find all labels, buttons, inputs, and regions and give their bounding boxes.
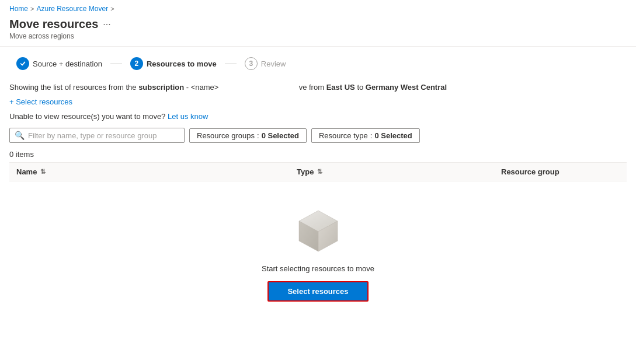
step-resources-to-move[interactable]: 2 Resources to move	[123, 54, 224, 74]
empty-state: Start selecting resources to move Select…	[9, 181, 627, 337]
page-title: Move resources	[9, 18, 98, 31]
table-container: Name ⇅ Type ⇅ Resource group	[9, 162, 627, 337]
name-sort-icon[interactable]: ⇅	[40, 168, 46, 176]
page-header: Move resources ··· Move across regions	[0, 15, 636, 47]
breadcrumb: Home > Azure Resource Mover >	[0, 0, 636, 15]
step2-label: Resources to move	[147, 60, 217, 68]
breadcrumb-sep1: >	[30, 5, 34, 12]
filter-input[interactable]	[28, 131, 179, 140]
breadcrumb-sep2: >	[110, 5, 114, 12]
resource-type-count: 0 Selected	[374, 131, 412, 140]
step-source-destination[interactable]: Source + destination	[9, 54, 109, 74]
select-resources-button[interactable]: Select resources	[267, 281, 368, 302]
resource-groups-filter[interactable]: Resource groups : 0 Selected	[189, 128, 307, 143]
page-subtitle: Move across regions	[9, 32, 627, 40]
let-us-know-link[interactable]: Let us know	[168, 112, 208, 121]
col-header-name: Name ⇅	[16, 167, 297, 176]
info-subscription: subscription	[138, 83, 184, 92]
empty-state-text: Start selecting resources to move	[262, 264, 374, 273]
info-from: East US	[326, 83, 355, 92]
col-name-label: Name	[16, 167, 37, 176]
main-content: Source + destination 2 Resources to move…	[0, 47, 636, 344]
col-header-resource-group: Resource group	[501, 167, 620, 176]
step-divider-1	[110, 64, 122, 64]
table-header: Name ⇅ Type ⇅ Resource group	[9, 163, 627, 181]
filter-input-wrap: 🔍	[9, 128, 185, 143]
info-row: Showing the list of resources from the s…	[9, 83, 627, 92]
col-type-label: Type	[297, 167, 314, 176]
empty-cube-icon	[292, 205, 345, 257]
more-options-icon[interactable]: ···	[103, 19, 110, 30]
info-destination: Germany West Central	[366, 83, 447, 92]
wizard-steps: Source + destination 2 Resources to move…	[9, 54, 627, 74]
info-middle: - <name> ve from	[186, 83, 326, 92]
step1-circle	[16, 57, 29, 70]
step1-label: Source + destination	[33, 60, 102, 68]
step-review[interactable]: 3 Review	[238, 54, 293, 74]
select-resources-link[interactable]: + Select resources	[9, 97, 72, 106]
resource-type-filter[interactable]: Resource type : 0 Selected	[311, 128, 420, 143]
step3-label: Review	[261, 60, 286, 68]
resource-groups-label: Resource groups	[197, 131, 255, 140]
breadcrumb-azure-resource-mover[interactable]: Azure Resource Mover	[36, 5, 108, 13]
table-items-count: 0 items	[9, 150, 627, 159]
breadcrumb-home[interactable]: Home	[9, 5, 28, 13]
resource-groups-separator: :	[257, 131, 259, 140]
resource-groups-count: 0 Selected	[262, 131, 299, 140]
checkmark-icon	[19, 60, 27, 68]
step-divider-2	[225, 64, 237, 64]
filter-row: 🔍 Resource groups : 0 Selected Resource …	[9, 128, 627, 143]
resource-type-label: Resource type	[319, 131, 368, 140]
step3-circle: 3	[245, 57, 258, 70]
info-prefix: Showing the list of resources from the	[9, 83, 137, 92]
col-rg-label: Resource group	[501, 167, 559, 176]
resource-type-separator: :	[370, 131, 373, 140]
type-sort-icon[interactable]: ⇅	[317, 168, 322, 176]
search-icon: 🔍	[15, 131, 25, 140]
col-header-type: Type ⇅	[297, 167, 501, 176]
warning-row: Unable to view resource(s) you want to m…	[9, 112, 627, 121]
step2-circle: 2	[130, 57, 143, 70]
info-to: to	[357, 83, 365, 92]
warning-text: Unable to view resource(s) you want to m…	[9, 112, 165, 121]
